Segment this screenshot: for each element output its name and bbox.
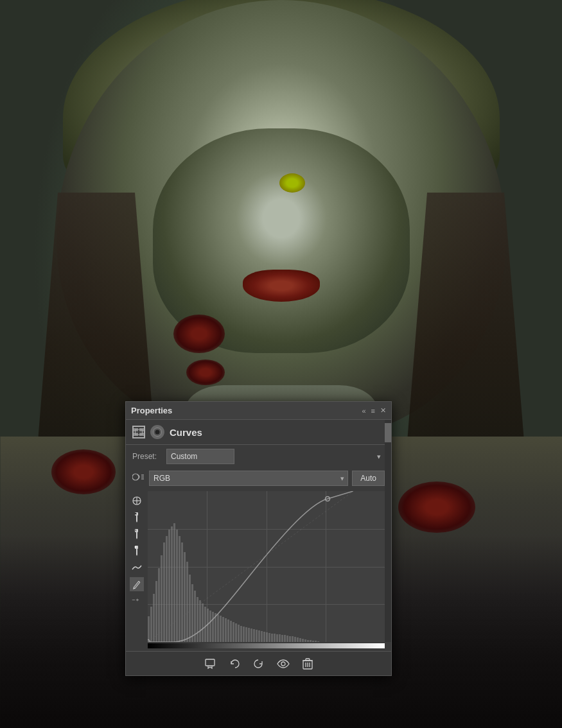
panel-footer xyxy=(126,651,391,675)
svg-rect-34 xyxy=(184,552,186,642)
layer-thumbnail-icon xyxy=(132,426,145,438)
panel-collapse-button[interactable]: « xyxy=(362,407,365,415)
svg-point-91 xyxy=(281,662,285,666)
svg-rect-72 xyxy=(281,635,283,642)
svg-rect-63 xyxy=(258,630,260,642)
svg-rect-52 xyxy=(230,621,232,642)
svg-rect-84 xyxy=(312,641,314,642)
svg-rect-37 xyxy=(191,584,193,642)
blood-stain-4 xyxy=(398,481,475,533)
svg-rect-80 xyxy=(302,639,304,642)
svg-rect-64 xyxy=(261,631,263,642)
curves-adjustment-icon xyxy=(150,425,164,439)
svg-rect-61 xyxy=(253,629,255,642)
reset-points-tool[interactable]: ⁻⁺ xyxy=(130,594,144,608)
svg-rect-70 xyxy=(276,634,278,642)
visibility-toggle-button[interactable] xyxy=(276,656,291,672)
reset-adjustment-button[interactable] xyxy=(251,656,267,672)
curves-panel-title: Curves xyxy=(170,427,202,438)
panel-menu-button[interactable]: ≡ xyxy=(371,407,375,415)
panel-scrollbar[interactable] xyxy=(385,420,391,642)
svg-rect-74 xyxy=(286,636,288,642)
svg-rect-40 xyxy=(199,600,201,642)
panel-titlebar: Properties « ≡ ✕ xyxy=(126,402,391,420)
svg-rect-90 xyxy=(206,659,215,666)
curves-graph[interactable] xyxy=(148,491,385,648)
svg-rect-30 xyxy=(173,523,175,642)
svg-rect-73 xyxy=(284,635,286,642)
svg-rect-31 xyxy=(176,530,178,642)
gradient-strip-inner xyxy=(148,643,385,648)
preset-dropdown[interactable]: Custom Default Strong Contrast Linear Co… xyxy=(166,449,234,464)
blood-stain-2 xyxy=(186,360,225,385)
curves-canvas[interactable] xyxy=(148,491,385,642)
creature-mouth xyxy=(243,270,320,302)
svg-rect-60 xyxy=(250,628,252,642)
panel-title: Properties xyxy=(131,406,172,415)
svg-text:⁻⁺: ⁻⁺ xyxy=(132,597,139,605)
delete-layer-button[interactable] xyxy=(300,656,315,672)
svg-rect-69 xyxy=(274,634,276,642)
black-point-eyedropper-tool[interactable] xyxy=(130,510,144,524)
svg-point-14 xyxy=(135,513,137,515)
svg-rect-82 xyxy=(307,640,309,642)
smooth-curve-tool[interactable] xyxy=(130,560,144,575)
svg-rect-62 xyxy=(256,630,258,642)
svg-rect-54 xyxy=(235,623,237,642)
svg-rect-20 xyxy=(148,616,150,642)
svg-rect-56 xyxy=(240,626,242,642)
panel-header: Curves xyxy=(126,420,391,445)
svg-rect-22 xyxy=(153,594,155,642)
svg-rect-77 xyxy=(294,637,296,642)
svg-point-5 xyxy=(155,430,160,435)
svg-rect-41 xyxy=(202,603,204,642)
svg-rect-71 xyxy=(279,634,281,642)
svg-rect-50 xyxy=(225,618,227,642)
svg-rect-65 xyxy=(263,632,265,642)
svg-rect-47 xyxy=(217,614,219,642)
svg-point-16 xyxy=(135,530,137,532)
svg-rect-53 xyxy=(233,622,234,642)
svg-rect-59 xyxy=(248,628,250,642)
svg-rect-0 xyxy=(134,428,138,431)
svg-rect-21 xyxy=(150,607,152,642)
svg-rect-42 xyxy=(204,607,206,642)
svg-rect-49 xyxy=(222,617,224,642)
svg-rect-94 xyxy=(306,659,310,661)
svg-rect-83 xyxy=(310,640,312,642)
clip-to-layer-button[interactable] xyxy=(202,656,218,672)
svg-rect-76 xyxy=(292,636,294,642)
blood-stain-1 xyxy=(173,315,225,353)
channel-dropdown-wrapper: RGB Red Green Blue xyxy=(149,471,348,486)
scrollbar-thumb[interactable] xyxy=(385,423,391,442)
on-image-adjustment-tool[interactable] xyxy=(130,494,144,508)
pencil-draw-tool[interactable] xyxy=(130,577,144,591)
svg-rect-1 xyxy=(139,428,144,431)
channel-dropdown[interactable]: RGB Red Green Blue xyxy=(149,471,348,486)
auto-button[interactable]: Auto xyxy=(352,471,385,486)
channel-row: RGB Red Green Blue Auto xyxy=(126,468,391,489)
curve-tools: ⁻⁺ xyxy=(128,491,145,648)
svg-rect-57 xyxy=(243,627,245,642)
svg-rect-23 xyxy=(155,581,157,642)
svg-rect-68 xyxy=(271,634,273,642)
channel-icon xyxy=(132,472,144,484)
svg-rect-86 xyxy=(317,641,319,642)
svg-rect-67 xyxy=(268,633,270,642)
svg-rect-44 xyxy=(209,611,211,642)
panel-close-button[interactable]: ✕ xyxy=(380,406,386,415)
svg-rect-75 xyxy=(289,636,291,642)
svg-rect-24 xyxy=(158,568,160,642)
creature-eye xyxy=(279,173,305,193)
svg-rect-55 xyxy=(238,625,240,642)
preset-row: Preset: Custom Default Strong Contrast L… xyxy=(126,445,391,468)
white-point-eyedropper-tool[interactable] xyxy=(130,544,144,558)
svg-rect-29 xyxy=(171,526,173,642)
svg-rect-79 xyxy=(299,638,301,642)
svg-rect-26 xyxy=(163,542,165,642)
previous-state-button[interactable] xyxy=(227,656,242,672)
gray-point-eyedropper-tool[interactable] xyxy=(130,527,144,541)
panel-title-controls: « ≡ ✕ xyxy=(362,406,386,415)
svg-rect-32 xyxy=(179,536,180,642)
blood-stain-3 xyxy=(51,449,116,494)
